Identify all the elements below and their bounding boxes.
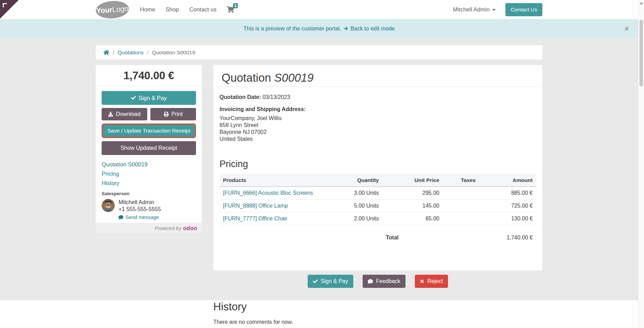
site-logo[interactable]: YourLogo (95, 0, 129, 19)
save-update-transaction-receipt-button[interactable]: Save / Update Transaction Receipt (102, 124, 196, 138)
odoo-logo[interactable]: odoo (183, 225, 197, 231)
salesperson-name: Mitchell Admin (119, 199, 161, 206)
table-row: [FURN_8888] Office Lamp 5.00 Units 145.0… (220, 200, 536, 212)
column-header-quantity: Quantity (330, 174, 382, 187)
chat-bubble-icon (119, 215, 123, 220)
breadcrumb: / Quotations / Quotation S00019 (96, 45, 542, 60)
breadcrumb-quotations-link[interactable]: Quotations (118, 49, 143, 56)
address-label: Invoicing and Shipping Address: (220, 106, 536, 112)
table-row: [FURN_7777] Office Chair 2.00 Units 65.0… (220, 212, 536, 225)
pricing-table: Products Quantity Unit Price Taxes Amoun… (220, 174, 536, 244)
print-label: Print (171, 111, 183, 117)
download-button[interactable]: Download (102, 108, 147, 120)
download-label: Download (116, 111, 140, 117)
unit-price-cell: 145.00 (382, 200, 443, 212)
scroll-up-arrow-icon[interactable] (640, 2, 643, 4)
sign-and-pay-label: Sign & Pay (139, 95, 167, 101)
unit-price-cell: 65.00 (382, 212, 443, 225)
send-message-label: Send message (125, 214, 159, 221)
powered-by-text: Powered by (155, 226, 181, 231)
user-menu-dropdown[interactable]: Mitchell Admin (453, 6, 496, 13)
contact-us-button[interactable]: Contact Us (505, 3, 542, 16)
check-icon (131, 95, 136, 100)
feedback-button[interactable]: Feedback (363, 275, 405, 288)
arrow-right-icon (344, 26, 348, 31)
sidebar-link-history[interactable]: History (102, 180, 196, 186)
show-updated-receipt-button[interactable]: Show Updated Receipt (102, 141, 196, 155)
cart-count-badge: 1 (233, 3, 238, 8)
home-icon[interactable] (103, 50, 109, 55)
breadcrumb-separator: / (147, 49, 148, 56)
quotation-number: S00019 (274, 71, 314, 84)
nav-link-home[interactable]: Home (140, 6, 155, 13)
x-icon (420, 279, 424, 284)
sidebar-link-quotation[interactable]: Quotation S00019 (102, 161, 196, 168)
pricing-heading: Pricing (220, 159, 536, 170)
sign-and-pay-label: Sign & Pay (321, 278, 348, 284)
chat-bubble-icon (368, 279, 373, 284)
quotation-document: Quotation S00019 Quotation Date: 03/13/2… (213, 65, 542, 271)
quantity-cell: 5.00 Units (330, 200, 382, 212)
taxes-cell (443, 187, 479, 200)
taxes-cell (443, 200, 479, 212)
send-message-link[interactable]: Send message (119, 214, 161, 221)
history-heading: History (213, 301, 293, 313)
print-icon (164, 112, 169, 117)
column-header-amount: Amount (479, 174, 536, 187)
document-actions: Sign & Pay Feedback Reject (213, 275, 542, 288)
amount-due: 1,740.00 € (96, 65, 202, 86)
quotation-header: Quotation S00019 (213, 65, 542, 87)
sign-and-pay-bottom-button[interactable]: Sign & Pay (308, 275, 353, 288)
cart-button[interactable]: 1 (227, 6, 234, 13)
page-title: Quotation S00019 (222, 71, 534, 84)
amount-cell: 725.00 € (479, 200, 536, 212)
total-row: Total 1,740.00 € (220, 225, 536, 244)
amount-cell: 885.00 € (479, 187, 536, 200)
address-line: United States (220, 136, 536, 143)
download-icon (108, 112, 113, 117)
column-header-taxes: Taxes (443, 174, 479, 187)
history-empty-message: There are no comments for now. (213, 319, 293, 325)
quantity-cell: 3.00 Units (330, 187, 382, 200)
reject-label: Reject (427, 278, 443, 284)
column-header-unit-price: Unit Price (382, 174, 443, 187)
quantity-cell: 2.00 Units (330, 212, 382, 225)
check-icon (313, 279, 318, 284)
back-to-edit-mode-link[interactable]: Back to edit mode (351, 26, 395, 32)
quotation-sidebar: 1,740.00 € Sign & Pay Download Print Sav… (96, 65, 202, 234)
address-line: 858 Lynn Street (220, 122, 536, 129)
banner-message: This is a preview of the customer portal… (243, 26, 341, 32)
product-link[interactable]: [FURN_8888] Office Lamp (223, 203, 288, 209)
breadcrumb-separator: / (113, 49, 114, 56)
logo-text-bold: Your (96, 6, 113, 15)
column-header-products: Products (220, 174, 330, 187)
chevron-down-icon (492, 9, 496, 11)
quotation-date: Quotation Date: 03/13/2023 (220, 94, 536, 100)
feedback-label: Feedback (376, 278, 400, 284)
reject-button[interactable]: Reject (415, 275, 448, 288)
product-link[interactable]: [FURN_7777] Office Chair (223, 216, 287, 221)
total-label: Total (382, 225, 443, 244)
powered-by-footer: Powered by odoo (96, 223, 202, 234)
edit-corner-icon (3, 3, 7, 7)
preview-banner: This is a preview of the customer portal… (0, 19, 638, 38)
unit-price-cell: 295.00 (382, 187, 443, 200)
product-link[interactable]: [FURN_6666] Acoustic Bloc Screens (223, 190, 313, 196)
salesperson-section: Salesperson Mitchell Adm (96, 186, 202, 221)
scrollbar-thumb[interactable] (640, 20, 643, 86)
nav-link-contact-us[interactable]: Contact us (189, 6, 217, 13)
logo-text-light: Logo (112, 4, 129, 13)
table-row: [FURN_6666] Acoustic Bloc Screens 3.00 U… (220, 187, 536, 200)
sidebar-link-pricing[interactable]: Pricing (102, 171, 196, 177)
address-line: YourCompany, Joel Willis (220, 115, 536, 122)
sign-and-pay-button[interactable]: Sign & Pay (102, 91, 196, 105)
vertical-scrollbar[interactable] (638, 0, 644, 328)
print-button[interactable]: Print (150, 108, 196, 120)
total-amount: 1,740.00 € (479, 225, 536, 244)
address-line: Bayonne NJ 07002 (220, 129, 536, 136)
close-icon[interactable]: × (624, 25, 629, 33)
nav-link-shop[interactable]: Shop (166, 6, 179, 13)
breadcrumb-current: Quotation S00019 (152, 49, 195, 56)
salesperson-label: Salesperson (102, 191, 196, 196)
history-section: History There are no comments for now. (213, 301, 293, 325)
